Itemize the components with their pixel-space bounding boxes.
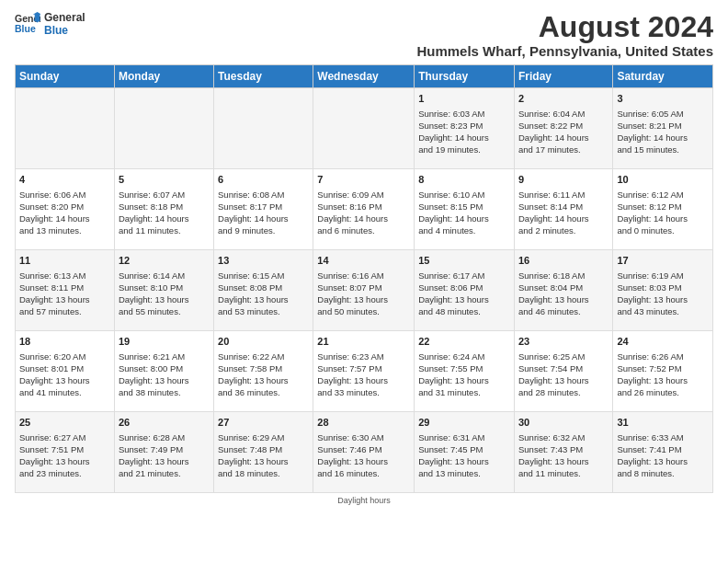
calendar-day: 20Sunrise: 6:22 AM Sunset: 7:58 PM Dayli… bbox=[214, 331, 313, 412]
calendar-day: 7Sunrise: 6:09 AM Sunset: 8:16 PM Daylig… bbox=[313, 169, 415, 250]
calendar-day: 22Sunrise: 6:24 AM Sunset: 7:55 PM Dayli… bbox=[415, 331, 515, 412]
day-info: Sunrise: 6:28 AM Sunset: 7:49 PM Dayligh… bbox=[119, 431, 210, 480]
day-number: 29 bbox=[418, 416, 510, 430]
day-info: Sunrise: 6:07 AM Sunset: 8:18 PM Dayligh… bbox=[119, 189, 210, 237]
calendar-header-tuesday: Tuesday bbox=[214, 65, 313, 88]
calendar-day: 11Sunrise: 6:13 AM Sunset: 8:11 PM Dayli… bbox=[16, 250, 115, 331]
calendar-day: 4Sunrise: 6:06 AM Sunset: 8:20 PM Daylig… bbox=[16, 169, 115, 250]
day-info: Sunrise: 6:23 AM Sunset: 7:57 PM Dayligh… bbox=[317, 350, 410, 399]
day-info: Sunrise: 6:30 AM Sunset: 7:46 PM Dayligh… bbox=[317, 431, 410, 480]
calendar-day: 10Sunrise: 6:12 AM Sunset: 8:12 PM Dayli… bbox=[613, 169, 713, 250]
day-info: Sunrise: 6:11 AM Sunset: 8:14 PM Dayligh… bbox=[518, 189, 609, 237]
day-info: Sunrise: 6:14 AM Sunset: 8:10 PM Dayligh… bbox=[119, 270, 210, 318]
day-info: Sunrise: 6:13 AM Sunset: 8:11 PM Dayligh… bbox=[19, 270, 110, 318]
calendar-header-thursday: Thursday bbox=[415, 65, 515, 88]
day-info: Sunrise: 6:10 AM Sunset: 8:15 PM Dayligh… bbox=[418, 189, 510, 237]
day-number: 19 bbox=[119, 335, 210, 349]
svg-text:Blue: Blue bbox=[15, 23, 36, 34]
calendar-header-friday: Friday bbox=[514, 65, 612, 88]
calendar-day: 2Sunrise: 6:04 AM Sunset: 8:22 PM Daylig… bbox=[514, 88, 612, 169]
calendar-day: 16Sunrise: 6:18 AM Sunset: 8:04 PM Dayli… bbox=[514, 250, 612, 331]
day-info: Sunrise: 6:31 AM Sunset: 7:45 PM Dayligh… bbox=[418, 431, 510, 480]
main-title: August 2024 bbox=[416, 11, 713, 43]
calendar-day: 9Sunrise: 6:11 AM Sunset: 8:14 PM Daylig… bbox=[514, 169, 612, 250]
day-number: 13 bbox=[218, 254, 309, 268]
day-number: 23 bbox=[518, 335, 609, 349]
day-info: Sunrise: 6:09 AM Sunset: 8:16 PM Dayligh… bbox=[317, 189, 410, 237]
calendar-day: 5Sunrise: 6:07 AM Sunset: 8:18 PM Daylig… bbox=[114, 169, 213, 250]
calendar-week-1: 1Sunrise: 6:03 AM Sunset: 8:23 PM Daylig… bbox=[16, 88, 713, 169]
day-info: Sunrise: 6:16 AM Sunset: 8:07 PM Dayligh… bbox=[317, 270, 410, 318]
calendar-day: 25Sunrise: 6:27 AM Sunset: 7:51 PM Dayli… bbox=[16, 412, 115, 493]
day-info: Sunrise: 6:33 AM Sunset: 7:41 PM Dayligh… bbox=[617, 431, 709, 480]
day-number: 9 bbox=[518, 173, 609, 187]
day-number: 1 bbox=[418, 92, 510, 106]
calendar-day: 15Sunrise: 6:17 AM Sunset: 8:06 PM Dayli… bbox=[415, 250, 515, 331]
calendar-day: 3Sunrise: 6:05 AM Sunset: 8:21 PM Daylig… bbox=[613, 88, 713, 169]
day-number: 21 bbox=[317, 335, 410, 349]
day-info: Sunrise: 6:15 AM Sunset: 8:08 PM Dayligh… bbox=[218, 270, 309, 318]
day-info: Sunrise: 6:06 AM Sunset: 8:20 PM Dayligh… bbox=[19, 189, 110, 237]
day-number: 14 bbox=[317, 254, 410, 268]
calendar-day: 23Sunrise: 6:25 AM Sunset: 7:54 PM Dayli… bbox=[514, 331, 612, 412]
calendar-day bbox=[114, 88, 213, 169]
day-number: 2 bbox=[518, 92, 609, 106]
logo-icon: General Blue bbox=[15, 11, 40, 37]
day-number: 28 bbox=[317, 416, 410, 430]
day-number: 3 bbox=[617, 92, 709, 106]
day-info: Sunrise: 6:20 AM Sunset: 8:01 PM Dayligh… bbox=[19, 350, 110, 399]
day-number: 27 bbox=[218, 416, 309, 430]
day-info: Sunrise: 6:32 AM Sunset: 7:43 PM Dayligh… bbox=[518, 431, 609, 480]
calendar-header-row: SundayMondayTuesdayWednesdayThursdayFrid… bbox=[16, 65, 713, 88]
logo: General Blue General Blue bbox=[15, 11, 85, 37]
day-number: 10 bbox=[617, 173, 709, 187]
calendar-day: 19Sunrise: 6:21 AM Sunset: 8:00 PM Dayli… bbox=[114, 331, 213, 412]
day-number: 15 bbox=[418, 254, 510, 268]
calendar-day: 28Sunrise: 6:30 AM Sunset: 7:46 PM Dayli… bbox=[313, 412, 415, 493]
calendar-week-2: 4Sunrise: 6:06 AM Sunset: 8:20 PM Daylig… bbox=[16, 169, 713, 250]
calendar-day: 17Sunrise: 6:19 AM Sunset: 8:03 PM Dayli… bbox=[613, 250, 713, 331]
day-info: Sunrise: 6:26 AM Sunset: 7:52 PM Dayligh… bbox=[617, 350, 709, 399]
calendar-week-4: 18Sunrise: 6:20 AM Sunset: 8:01 PM Dayli… bbox=[16, 331, 713, 412]
header: General Blue General Blue August 2024 Hu… bbox=[15, 11, 713, 59]
day-number: 18 bbox=[19, 335, 110, 349]
logo-blue: Blue bbox=[44, 24, 85, 37]
day-info: Sunrise: 6:03 AM Sunset: 8:23 PM Dayligh… bbox=[418, 108, 510, 156]
calendar-week-5: 25Sunrise: 6:27 AM Sunset: 7:51 PM Dayli… bbox=[16, 412, 713, 493]
calendar-day: 12Sunrise: 6:14 AM Sunset: 8:10 PM Dayli… bbox=[114, 250, 213, 331]
day-info: Sunrise: 6:19 AM Sunset: 8:03 PM Dayligh… bbox=[617, 270, 709, 318]
calendar-day: 21Sunrise: 6:23 AM Sunset: 7:57 PM Dayli… bbox=[313, 331, 415, 412]
day-info: Sunrise: 6:25 AM Sunset: 7:54 PM Dayligh… bbox=[518, 350, 609, 399]
calendar-header-sunday: Sunday bbox=[16, 65, 115, 88]
calendar-day: 8Sunrise: 6:10 AM Sunset: 8:15 PM Daylig… bbox=[415, 169, 515, 250]
calendar-header-wednesday: Wednesday bbox=[313, 65, 415, 88]
subtitle: Hummels Wharf, Pennsylvania, United Stat… bbox=[416, 43, 713, 59]
calendar-day: 13Sunrise: 6:15 AM Sunset: 8:08 PM Dayli… bbox=[214, 250, 313, 331]
calendar-day: 29Sunrise: 6:31 AM Sunset: 7:45 PM Dayli… bbox=[415, 412, 515, 493]
calendar-day: 18Sunrise: 6:20 AM Sunset: 8:01 PM Dayli… bbox=[16, 331, 115, 412]
calendar-day: 30Sunrise: 6:32 AM Sunset: 7:43 PM Dayli… bbox=[514, 412, 612, 493]
day-number: 31 bbox=[617, 416, 709, 430]
calendar-header-monday: Monday bbox=[114, 65, 213, 88]
page: General Blue General Blue August 2024 Hu… bbox=[0, 0, 728, 563]
day-info: Sunrise: 6:21 AM Sunset: 8:00 PM Dayligh… bbox=[119, 350, 210, 399]
calendar-day bbox=[313, 88, 415, 169]
calendar-day: 31Sunrise: 6:33 AM Sunset: 7:41 PM Dayli… bbox=[613, 412, 713, 493]
footer-note: Daylight hours bbox=[15, 496, 713, 505]
day-number: 7 bbox=[317, 173, 410, 187]
calendar-day: 14Sunrise: 6:16 AM Sunset: 8:07 PM Dayli… bbox=[313, 250, 415, 331]
day-number: 8 bbox=[418, 173, 510, 187]
day-number: 24 bbox=[617, 335, 709, 349]
calendar-table: SundayMondayTuesdayWednesdayThursdayFrid… bbox=[15, 64, 713, 493]
day-info: Sunrise: 6:24 AM Sunset: 7:55 PM Dayligh… bbox=[418, 350, 510, 399]
calendar-day bbox=[16, 88, 115, 169]
day-number: 22 bbox=[418, 335, 510, 349]
day-info: Sunrise: 6:17 AM Sunset: 8:06 PM Dayligh… bbox=[418, 270, 510, 318]
calendar-day: 26Sunrise: 6:28 AM Sunset: 7:49 PM Dayli… bbox=[114, 412, 213, 493]
day-number: 16 bbox=[518, 254, 609, 268]
calendar-header-saturday: Saturday bbox=[613, 65, 713, 88]
day-info: Sunrise: 6:04 AM Sunset: 8:22 PM Dayligh… bbox=[518, 108, 609, 156]
day-info: Sunrise: 6:05 AM Sunset: 8:21 PM Dayligh… bbox=[617, 108, 709, 156]
day-number: 20 bbox=[218, 335, 309, 349]
day-info: Sunrise: 6:18 AM Sunset: 8:04 PM Dayligh… bbox=[518, 270, 609, 318]
